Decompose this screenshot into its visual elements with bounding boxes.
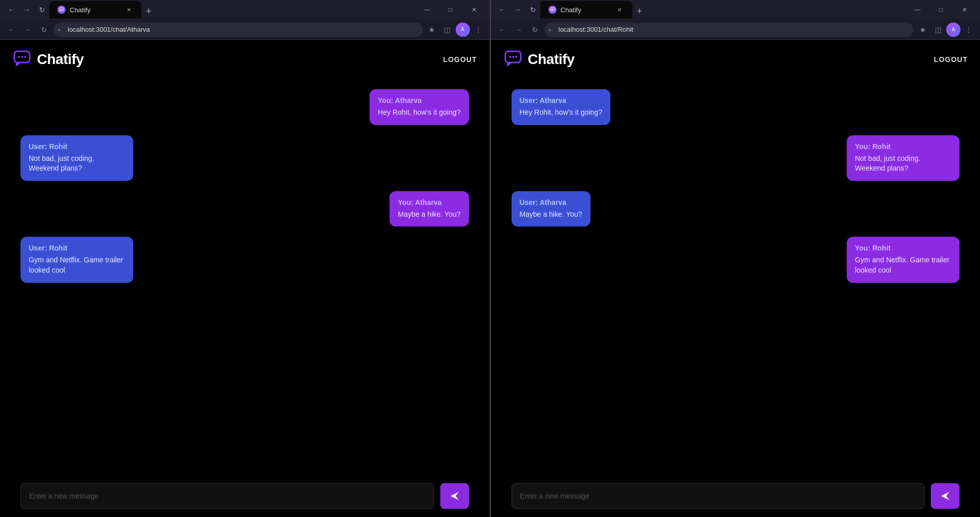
svg-point-4 <box>18 56 20 58</box>
right-message-row-2: You: Rohit Not bad, just coding. Weekend… <box>512 135 960 181</box>
right-input-area <box>491 475 981 517</box>
left-send-button[interactable] <box>440 483 469 509</box>
right-addr-refresh[interactable]: ↻ <box>528 23 542 37</box>
left-addr-actions: ★ ◫ A ⋮ <box>425 23 485 37</box>
right-addr-back[interactable]: ← <box>495 23 509 37</box>
left-lock-icon: ● <box>57 27 61 33</box>
left-message-bubble-1: You: Atharva Hey Rohit, how's it going? <box>370 89 468 125</box>
right-nav-controls: ← → ↻ <box>495 3 540 17</box>
right-logo: Chatify <box>503 48 575 71</box>
left-message-text-2: Not bad, just coding. Weekend plans? <box>29 154 125 174</box>
right-refresh-button[interactable]: ↻ <box>526 3 540 17</box>
right-address-wrapper: ● <box>544 23 914 37</box>
right-send-button[interactable] <box>931 483 959 509</box>
right-browser-window: ← → ↻ Chatify ✕ + <box>491 0 981 517</box>
right-message-row-3: User: Atharva Maybe a hike. You? <box>512 191 960 227</box>
left-extensions-button[interactable]: ◫ <box>440 23 455 37</box>
right-profile-button[interactable]: A <box>946 23 961 37</box>
left-maximize-button[interactable]: □ <box>439 2 462 17</box>
right-chat-area: User: Atharva Hey Rohit, how's it going?… <box>491 79 981 475</box>
left-active-tab[interactable]: Chatify ✕ <box>49 1 141 18</box>
left-minimize-button[interactable]: — <box>416 2 438 17</box>
left-menu-button[interactable]: ⋮ <box>471 23 485 37</box>
left-app-content: Chatify LOGOUT You: Atharva Hey Rohit, h… <box>0 40 489 517</box>
left-message-sender-3: You: Atharva <box>398 198 460 206</box>
right-menu-button[interactable]: ⋮ <box>962 23 976 37</box>
left-profile-button[interactable]: A <box>456 23 470 37</box>
right-app-content: Chatify LOGOUT User: Atharva Hey Rohit, … <box>491 40 981 517</box>
svg-point-12 <box>512 56 514 58</box>
right-bookmark-button[interactable]: ★ <box>915 23 930 37</box>
left-message-row-2: User: Rohit Not bad, just coding. Weeken… <box>21 135 469 181</box>
left-address-wrapper: ● <box>53 23 423 37</box>
right-close-button[interactable]: ✕ <box>953 2 976 17</box>
right-active-tab[interactable]: Chatify ✕ <box>540 1 632 18</box>
right-new-tab-button[interactable]: + <box>632 4 647 18</box>
right-message-sender-2: You: Rohit <box>855 142 951 151</box>
right-extensions-button[interactable]: ◫ <box>931 23 945 37</box>
left-nav-controls: ← → ↻ <box>4 3 49 17</box>
left-title-bar: ← → ↻ Chatify ✕ + <box>0 0 489 19</box>
right-forward-button[interactable]: → <box>511 3 525 17</box>
right-message-sender-4: You: Rohit <box>855 244 951 252</box>
right-addr-forward[interactable]: → <box>512 23 526 37</box>
right-message-text-2: Not bad, just coding. Weekend plans? <box>855 154 951 174</box>
left-address-input[interactable] <box>53 23 423 37</box>
right-message-input[interactable] <box>512 483 925 509</box>
right-message-text-4: Gym and Netflix. Game trailer looked coo… <box>855 255 951 275</box>
right-message-text-3: Maybe a hike. You? <box>520 210 582 220</box>
right-logo-icon <box>503 48 526 71</box>
right-address-bar: ← → ↻ ● ★ ◫ A ⋮ <box>491 19 981 40</box>
left-addr-back[interactable]: ← <box>4 23 18 37</box>
left-message-bubble-2: User: Rohit Not bad, just coding. Weeken… <box>21 135 133 181</box>
right-lock-icon: ● <box>548 27 552 33</box>
svg-point-6 <box>24 56 26 58</box>
right-logo-text: Chatify <box>528 51 575 68</box>
right-tab-title: Chatify <box>561 6 611 14</box>
left-window-controls: — □ ✕ <box>416 2 485 17</box>
right-tab-favicon <box>548 6 557 14</box>
left-logout-button[interactable]: LOGOUT <box>443 55 477 64</box>
left-tab-favicon <box>57 6 66 14</box>
left-browser-window: ← → ↻ Chatify ✕ + <box>0 0 490 517</box>
right-minimize-button[interactable]: — <box>906 2 929 17</box>
left-address-bar: ← → ↻ ● ★ ◫ A ⋮ <box>0 19 489 40</box>
left-forward-button[interactable]: → <box>19 3 34 17</box>
right-address-input[interactable] <box>544 23 914 37</box>
right-addr-actions: ★ ◫ A ⋮ <box>915 23 976 37</box>
left-back-button[interactable]: ← <box>4 3 18 17</box>
left-new-tab-button[interactable]: + <box>141 4 156 18</box>
svg-point-11 <box>509 56 511 58</box>
left-message-row-1: You: Atharva Hey Rohit, how's it going? <box>21 89 469 125</box>
left-bookmark-button[interactable]: ★ <box>425 23 439 37</box>
right-message-bubble-2: You: Rohit Not bad, just coding. Weekend… <box>847 135 959 181</box>
right-maximize-button[interactable]: □ <box>930 2 952 17</box>
right-message-row-4: You: Rohit Gym and Netflix. Game trailer… <box>512 237 960 282</box>
right-message-bubble-3: User: Atharva Maybe a hike. You? <box>512 191 590 227</box>
left-message-text-4: Gym and Netflix. Game trailer looked coo… <box>29 255 125 275</box>
left-app-header: Chatify LOGOUT <box>0 40 489 79</box>
right-message-bubble-4: You: Rohit Gym and Netflix. Game trailer… <box>847 237 959 282</box>
right-app-header: Chatify LOGOUT <box>491 40 981 79</box>
left-tab-title: Chatify <box>70 6 120 14</box>
right-title-bar: ← → ↻ Chatify ✕ + <box>491 0 981 19</box>
left-close-button[interactable]: ✕ <box>463 2 485 17</box>
left-refresh-button[interactable]: ↻ <box>35 3 49 17</box>
left-message-row-3: You: Atharva Maybe a hike. You? <box>21 191 469 227</box>
svg-point-13 <box>515 56 517 58</box>
left-addr-refresh[interactable]: ↻ <box>37 23 51 37</box>
right-message-bubble-1: User: Atharva Hey Rohit, how's it going? <box>512 89 610 125</box>
left-message-row-4: User: Rohit Gym and Netflix. Game traile… <box>21 237 469 282</box>
left-addr-forward[interactable]: → <box>21 23 35 37</box>
left-tab-close[interactable]: ✕ <box>124 5 133 14</box>
right-message-sender-3: User: Atharva <box>520 198 582 206</box>
left-message-sender-1: You: Atharva <box>378 96 460 105</box>
left-message-input[interactable] <box>21 483 434 509</box>
right-logout-button[interactable]: LOGOUT <box>934 55 968 64</box>
left-chat-area: You: Atharva Hey Rohit, how's it going? … <box>0 79 489 475</box>
right-message-row-1: User: Atharva Hey Rohit, how's it going? <box>512 89 960 125</box>
left-message-bubble-4: User: Rohit Gym and Netflix. Game traile… <box>21 237 133 282</box>
right-tab-close[interactable]: ✕ <box>615 5 624 14</box>
right-back-button[interactable]: ← <box>495 3 509 17</box>
left-message-text-3: Maybe a hike. You? <box>398 210 460 220</box>
